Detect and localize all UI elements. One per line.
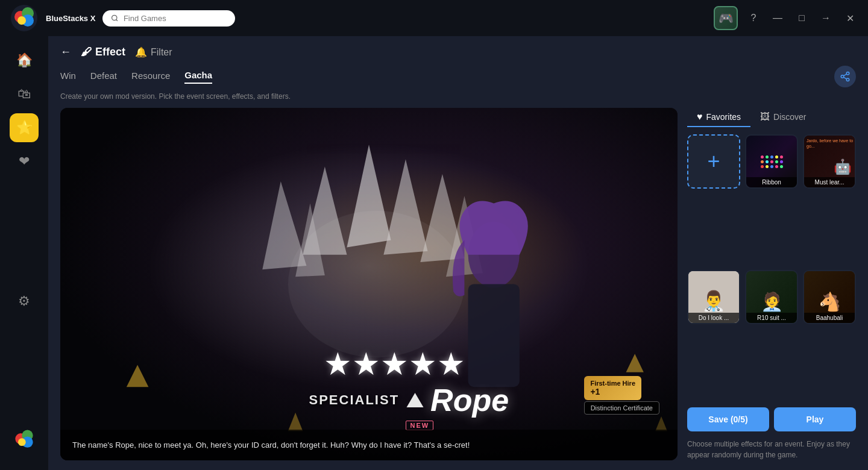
save-button[interactable]: Save (0/5) [687, 407, 769, 431]
share-button[interactable] [834, 66, 856, 87]
must-lear-label: Must lear... [804, 177, 855, 187]
search-icon [111, 14, 119, 22]
hire-label: First-time Hire [590, 380, 635, 387]
panel-tab-favorites[interactable]: ♥ Favorites [687, 108, 750, 127]
hire-plus: +1 [590, 387, 635, 396]
add-effect-card[interactable]: + [687, 134, 740, 189]
back-button[interactable]: ← [60, 46, 71, 58]
svg-point-5 [112, 15, 117, 20]
svg-rect-32 [468, 284, 520, 387]
action-buttons: Save (0/5) Play [687, 407, 856, 431]
sidebar-item-settings[interactable]: ⚙ [10, 287, 39, 316]
svg-point-11 [846, 72, 849, 75]
effect-card-baahubali[interactable]: 🐴 Baahubali [803, 270, 856, 324]
filter-text: Filter [151, 47, 172, 58]
effect-section-label: 🖌 Effect [81, 46, 125, 58]
sidebar-item-home[interactable]: 🏠 [10, 46, 39, 75]
search-bar[interactable] [102, 10, 235, 27]
sidebar-item-favorites[interactable]: ❤ [10, 147, 39, 176]
first-time-hire-badge: First-time Hire +1 [584, 376, 641, 400]
play-button[interactable]: Play [774, 407, 856, 431]
tab-win[interactable]: Win [60, 70, 76, 83]
bluestacks-name: BlueStacks X [46, 14, 95, 23]
title-bar: BlueStacks X 🎮 ? — □ → ✕ [0, 0, 868, 36]
minimize-button[interactable]: — [769, 10, 786, 27]
share-icon [840, 71, 851, 82]
content-header: ← 🖌 Effect 🔔 Filter [60, 46, 856, 58]
svg-point-12 [841, 75, 844, 78]
effect-card-r10-suit[interactable]: 🧑‍💼 R10 suit ... [745, 270, 798, 324]
svg-line-14 [843, 77, 846, 79]
distinction-badge: Distinction Certificate [584, 401, 659, 415]
video-background: ★★★★★ SPECIALIST Rope NEW First-time Hir… [60, 108, 678, 460]
name-banner: SPECIALIST Rope [309, 382, 509, 418]
title-bar-right: 🎮 ? — □ → ✕ [714, 6, 858, 30]
panel-tab-discover[interactable]: 🖼 Discover [750, 108, 816, 127]
add-icon: + [707, 149, 720, 174]
search-input[interactable] [124, 14, 227, 23]
svg-point-13 [846, 78, 849, 81]
scene-dialogue: The name's Rope, nice to meet ya. Oh, he… [60, 430, 678, 461]
game-icon[interactable]: 🎮 [714, 6, 738, 30]
specialist-text: SPECIALIST [309, 392, 400, 408]
panel-tabs: ♥ Favorites 🖼 Discover [687, 108, 856, 127]
ribbon-label: Ribbon [746, 177, 797, 187]
tabs-row: Win Defeat Resource Gacha [60, 66, 856, 87]
svg-line-6 [116, 19, 118, 20]
discover-icon: 🖼 [760, 111, 770, 122]
maximize-button[interactable]: □ [793, 10, 810, 27]
sidebar-item-effects[interactable]: ⭐ [10, 113, 39, 142]
baahubali-label: Baahubali [804, 313, 855, 323]
filter-icon: 🔔 [135, 46, 147, 58]
effect-card-do-i-look[interactable]: 👨‍⚕️ Do I look ... [687, 270, 740, 324]
filter-section-label[interactable]: 🔔 Filter [135, 46, 172, 58]
effect-text: Effect [95, 46, 125, 58]
arrow-button[interactable]: → [817, 10, 834, 27]
tab-resource[interactable]: Resource [131, 70, 170, 83]
help-button[interactable]: ? [745, 10, 762, 27]
video-preview: ★★★★★ SPECIALIST Rope NEW First-time Hir… [60, 108, 678, 460]
effect-card-must-lear[interactable]: Jardo, before we have to go... 🤖 Must le… [803, 134, 856, 189]
effect-card-ribbon[interactable]: Ribbon [745, 134, 798, 189]
svg-line-15 [843, 74, 846, 76]
stars-row: ★★★★★ [324, 346, 465, 382]
triangle-decoration [406, 393, 423, 407]
close-button[interactable]: ✕ [841, 10, 858, 27]
tab-gacha[interactable]: Gacha [184, 70, 212, 84]
content-body: ★★★★★ SPECIALIST Rope NEW First-time Hir… [60, 108, 856, 460]
do-i-look-label: Do I look ... [688, 313, 739, 323]
svg-point-25 [288, 211, 465, 358]
character-name: Rope [430, 382, 509, 418]
svg-point-4 [17, 16, 26, 25]
r10-suit-label: R10 suit ... [746, 313, 797, 323]
bluestacks-logo-bottom [11, 427, 37, 460]
panel-description: Choose multiple effects for an event. En… [687, 439, 856, 460]
subtitle: Create your own mod version. Pick the ev… [60, 92, 856, 101]
content-area: ← 🖌 Effect 🔔 Filter Win Defeat Resource … [48, 36, 868, 470]
title-bar-left: BlueStacks X [10, 4, 235, 33]
discover-label: Discover [773, 112, 806, 122]
effect-icon: 🖌 [81, 46, 92, 58]
right-panel: ♥ Favorites 🖼 Discover + [687, 108, 856, 460]
tab-defeat[interactable]: Defeat [90, 70, 117, 83]
sidebar: 🏠 🛍 ⭐ ❤ ⚙ [0, 36, 48, 470]
favorites-label: Favorites [706, 112, 741, 122]
main-layout: 🏠 🛍 ⭐ ❤ ⚙ ← 🖌 Effect 🔔 Filter [0, 36, 868, 470]
svg-point-10 [18, 438, 26, 446]
effects-grid: + [687, 134, 856, 400]
sidebar-item-store[interactable]: 🛍 [10, 80, 39, 108]
favorites-icon: ♥ [697, 111, 703, 122]
bluestacks-logo [10, 4, 39, 33]
